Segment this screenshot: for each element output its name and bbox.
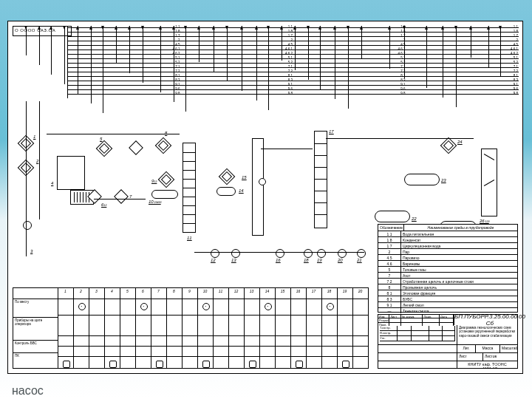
pipe: [471, 26, 471, 58]
pipe: [194, 252, 364, 253]
bus-line-label: 1.7: [514, 35, 518, 38]
instr-col-num: 13: [245, 289, 259, 293]
legend-row: 2Пар: [378, 249, 517, 255]
unit-num: 13: [231, 258, 236, 262]
instr-symbol-icon: ∘: [202, 303, 210, 310]
legend-name: Отработанная щелочь и щелочные стоки: [401, 279, 517, 284]
legend-name: Топовые газы: [401, 267, 517, 272]
legend-code: 1.7: [378, 243, 401, 248]
instr-col-num: 18: [322, 289, 337, 293]
pipe: [488, 26, 489, 67]
pipe: [361, 26, 362, 59]
bus-line-label: 1.8: [288, 30, 293, 34]
bus-line-label: 4.6.1: [511, 48, 518, 52]
pipe: [39, 26, 40, 65]
bus-line-label: 7.1: [514, 66, 518, 69]
heat-exch-icon: [158, 171, 175, 188]
instr-symbol-icon: [249, 361, 256, 368]
legend-header-name: Наименование среды в трубопроводе: [404, 225, 517, 231]
bus-line-label: 1.1: [288, 26, 293, 30]
flow-arrow-icon: [159, 26, 162, 30]
pipe: [51, 26, 52, 75]
pipe: [295, 26, 296, 70]
instr-symbol-icon: [342, 361, 349, 368]
pipe: [185, 26, 186, 112]
bus-line-label: 8.3: [175, 79, 180, 83]
instr-col-num: 19: [338, 289, 352, 293]
legend-code: 1.8: [378, 237, 401, 242]
pipe: [39, 101, 40, 219]
pipe: [261, 149, 313, 149]
flow-arrow-icon: [403, 26, 406, 30]
bus-line-label: 9.6: [175, 88, 180, 92]
flow-arrow-icon: [76, 26, 79, 30]
heat-exch-icon: [219, 168, 236, 185]
bus-line-label: 5.2: [288, 61, 293, 65]
bus-line-label: 2: [290, 39, 293, 43]
bus-line-label: 9.6: [514, 88, 518, 92]
flow-arrow-icon: [172, 26, 175, 30]
org-group: гр.4121-17: [477, 366, 497, 369]
pipe: [129, 26, 130, 73]
legend-name: Вода питательная: [401, 231, 517, 236]
bus-line-label: 7.2: [514, 70, 518, 74]
flow-arrow-icon: [225, 26, 228, 30]
unit-num: 19: [317, 258, 322, 262]
bus-line-label: 8.3: [288, 79, 293, 83]
pipe: [160, 26, 161, 92]
bus-line-label: 8.1: [175, 75, 180, 78]
pump-icon: [276, 249, 284, 258]
legend-code: 8.3: [378, 296, 401, 301]
bus-line-label: 9.1: [288, 83, 293, 87]
column-icon: [314, 131, 327, 228]
instr-row-label: Контроль БВС: [13, 341, 58, 353]
unit-num: 24: [457, 140, 463, 144]
bus-line-label: 1.1: [514, 26, 518, 30]
legend-row: 7.2Отработанная щелочь и щелочные стоки: [378, 279, 517, 284]
bus-line-label: 2: [516, 39, 518, 43]
pipe: [326, 138, 474, 139]
lit-label: Лит.: [457, 345, 476, 352]
flow-arrow-icon: [318, 26, 321, 30]
legend-row: 1.1Вода питательная: [378, 231, 517, 237]
pipe: [268, 26, 269, 110]
instr-col-num: 4: [105, 289, 120, 293]
instr-symbol-icon: [63, 361, 70, 368]
legend-row: 4.6Бариновы: [378, 261, 517, 267]
legend-code: 8.1: [378, 290, 401, 296]
sheets-label: Листов: [483, 353, 517, 361]
legend-row: 9.1Легкий смол: [378, 302, 517, 308]
unit-num: 6₁₂: [101, 202, 106, 207]
flow-arrow-icon: [425, 26, 428, 30]
unit-num: 18: [304, 258, 309, 262]
sheet-label: Лист: [457, 353, 483, 361]
bus-line-label: 4.5: [288, 44, 293, 47]
heat-exch-icon: [114, 189, 129, 204]
instr-col-num: 9: [183, 289, 197, 293]
flow-arrow-icon: [347, 26, 349, 30]
legend-code: —: [378, 308, 401, 313]
bus-line-label: 7.2: [175, 70, 180, 74]
instr-col-num: 15: [276, 289, 290, 293]
flow-arrow-icon: [63, 26, 66, 30]
pipe: [174, 26, 174, 102]
pipe: [116, 26, 117, 64]
legend-name: Тяжелая смола: [401, 308, 517, 313]
heat-exch-icon: [96, 140, 113, 157]
bus-line-label: 2: [178, 39, 180, 43]
instr-col-num: 10: [198, 289, 213, 293]
unit-num: 22: [412, 216, 417, 221]
legend-name: Пар: [401, 249, 517, 254]
legend-row: 7Азот: [378, 273, 517, 279]
instr-row-label: Приборы на щите оператора: [13, 318, 58, 341]
unit-num: 10₂₃₄₅₆: [149, 199, 161, 204]
unit-num: 3: [30, 249, 33, 253]
bus-line-label: 8.1: [288, 75, 293, 78]
instr-symbol-icon: [296, 361, 303, 368]
legend-name: Промывная щелочь: [401, 284, 517, 290]
bus-line-label: 4.5: [514, 44, 518, 47]
flow-arrow-icon: [50, 26, 52, 30]
unit-num: 12: [211, 258, 216, 262]
flow-arrow-icon: [89, 26, 92, 30]
drum-icon: [404, 174, 440, 185]
